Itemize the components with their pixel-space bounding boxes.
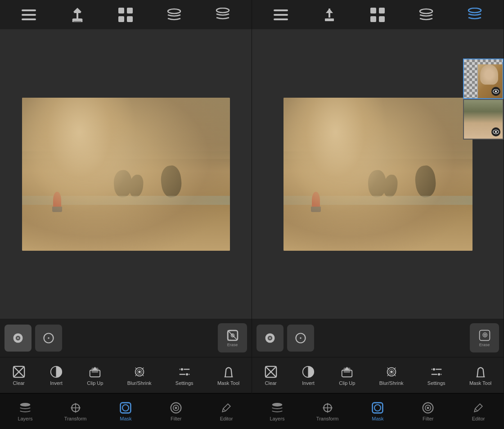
right-share-button[interactable] — [320, 5, 339, 25]
left-settings-button[interactable]: Settings — [174, 362, 195, 388]
layer-2-visibility-icon[interactable] — [491, 127, 500, 136]
right-tab-editor[interactable]: Editor — [453, 398, 504, 425]
right-blurshrink-button[interactable]: Blur/Shrink — [378, 362, 405, 388]
left-tab-transform[interactable]: Transform — [50, 398, 101, 425]
left-invert-label: Invert — [50, 380, 63, 386]
svg-point-74 — [269, 337, 271, 339]
layers-alt-button[interactable] — [213, 5, 233, 25]
right-layers-alt-button[interactable] — [465, 5, 485, 25]
svg-rect-2 — [22, 18, 36, 20]
svg-point-67 — [468, 8, 481, 13]
right-erase-label: Erase — [479, 343, 490, 347]
svg-point-11 — [216, 8, 229, 13]
svg-text:⊕: ⊕ — [230, 332, 235, 338]
right-invert-button[interactable]: Invert — [300, 362, 317, 388]
left-blurshrink-button[interactable]: Blur/Shrink — [126, 362, 153, 388]
left-bottom-nav: Layers Transform Mask Filter Editor — [0, 393, 252, 429]
svg-rect-0 — [22, 9, 36, 11]
left-masktool-button[interactable]: Mask Tool — [216, 362, 241, 388]
right-panel: ⊕ Erase Clear Invert Clip Up Blur/Shrink… — [252, 0, 504, 429]
right-invert-label: Invert — [302, 380, 315, 386]
right-blurshrink-label: Blur/Shrink — [379, 380, 404, 386]
svg-rect-61 — [325, 18, 334, 21]
layer-1-visibility-icon[interactable] — [491, 87, 500, 96]
svg-point-71 — [495, 131, 497, 133]
right-settings-label: Settings — [428, 380, 446, 386]
left-masktool-label: Mask Tool — [217, 380, 239, 386]
grid-button[interactable] — [116, 5, 135, 25]
right-tab-layers-label: Layers — [270, 416, 284, 421]
svg-rect-62 — [370, 8, 376, 14]
layer-thumb-1[interactable] — [463, 59, 504, 99]
svg-rect-57 — [274, 14, 288, 16]
brush-outline-button[interactable] — [35, 325, 62, 352]
left-clear-label: Clear — [13, 380, 25, 386]
svg-point-42 — [20, 403, 31, 406]
svg-line-111 — [475, 408, 477, 411]
left-clipup-label: Clip Up — [87, 380, 103, 386]
left-canvas-image — [22, 98, 230, 251]
svg-rect-8 — [118, 16, 124, 22]
svg-point-14 — [17, 337, 19, 339]
right-settings-button[interactable]: Settings — [426, 362, 447, 388]
left-clipup-button[interactable]: Clip Up — [85, 362, 105, 388]
svg-rect-7 — [127, 8, 133, 14]
erase-label: Erase — [227, 343, 238, 347]
svg-point-98 — [272, 403, 283, 406]
right-layers-stack-button[interactable] — [416, 5, 436, 25]
brush-filled-button[interactable] — [4, 325, 32, 352]
svg-point-33 — [138, 370, 141, 373]
right-canvas-area — [252, 29, 504, 319]
left-blurshrink-label: Blur/Shrink — [127, 380, 152, 386]
left-canvas-area — [0, 29, 252, 319]
right-tab-mask[interactable]: Mask — [353, 398, 403, 425]
right-tab-layers[interactable]: Layers — [252, 398, 302, 425]
erase-button[interactable]: ⊕ Erase — [218, 323, 247, 352]
right-masktool-button[interactable]: Mask Tool — [468, 362, 493, 388]
layer-thumb-2[interactable] — [463, 99, 504, 140]
right-tab-transform-label: Transform — [316, 416, 339, 421]
right-grid-button[interactable] — [368, 5, 387, 25]
menu-button[interactable] — [19, 5, 39, 25]
left-tab-mask-label: Mask — [120, 416, 131, 421]
left-toolbar — [0, 0, 252, 29]
right-tab-editor-label: Editor — [472, 416, 485, 421]
left-settings-label: Settings — [176, 380, 194, 386]
svg-rect-9 — [127, 16, 133, 22]
share-button[interactable] — [68, 5, 87, 25]
right-clear-button[interactable]: Clear — [262, 362, 279, 388]
right-tab-filter[interactable]: Filter — [403, 398, 453, 425]
svg-rect-64 — [370, 16, 376, 22]
right-clipup-button[interactable]: Clip Up — [337, 362, 357, 388]
svg-rect-5 — [76, 9, 78, 18]
left-tab-filter[interactable]: Filter — [151, 398, 201, 425]
left-tab-layers[interactable]: Layers — [0, 398, 50, 425]
svg-point-10 — [168, 9, 180, 14]
svg-point-41 — [185, 373, 189, 376]
right-menu-button[interactable] — [271, 5, 291, 25]
right-erase-button[interactable]: ⊕ Erase — [470, 323, 499, 352]
svg-rect-63 — [379, 8, 385, 14]
svg-point-66 — [420, 9, 432, 14]
svg-point-40 — [180, 368, 184, 371]
right-tab-transform[interactable]: Transform — [302, 398, 353, 425]
right-brush-outline-button[interactable] — [287, 325, 314, 352]
svg-point-16 — [48, 337, 50, 339]
left-brush-area: ⊕ Erase — [0, 319, 252, 357]
svg-point-51 — [122, 405, 129, 411]
left-tab-editor[interactable]: Editor — [201, 398, 252, 425]
right-brush-filled-button[interactable] — [256, 325, 284, 352]
right-tab-mask-label: Mask — [372, 416, 383, 421]
left-tab-mask[interactable]: Mask — [101, 398, 151, 425]
svg-point-107 — [374, 405, 381, 411]
right-mask-toolbar: Clear Invert Clip Up Blur/Shrink Setting… — [252, 357, 504, 393]
svg-rect-65 — [379, 16, 385, 22]
right-toolbar — [252, 0, 504, 29]
right-clear-label: Clear — [265, 380, 277, 386]
svg-point-69 — [495, 90, 497, 92]
left-invert-button[interactable]: Invert — [48, 362, 65, 388]
left-tab-transform-label: Transform — [64, 416, 87, 421]
layers-stack-button[interactable] — [164, 5, 184, 25]
right-brush-area: ⊕ Erase — [252, 319, 504, 357]
left-clear-button[interactable]: Clear — [10, 362, 27, 388]
